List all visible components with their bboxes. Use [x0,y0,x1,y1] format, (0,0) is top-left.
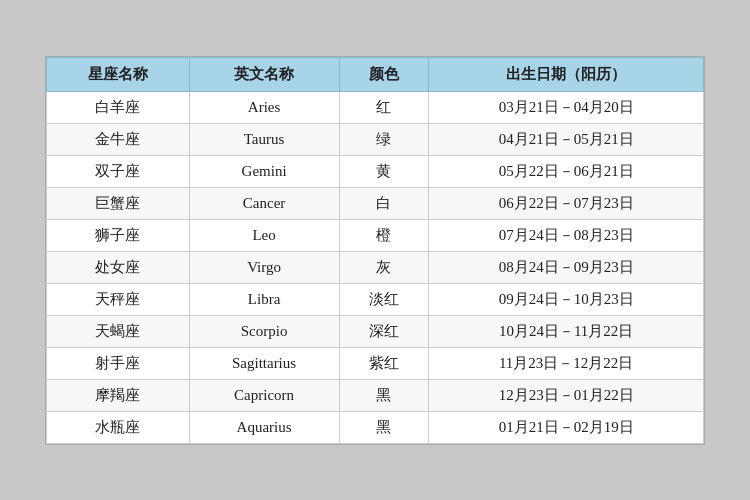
cell-color: 灰 [339,251,429,283]
cell-date: 09月24日－10月23日 [429,283,704,315]
cell-zh-name: 水瓶座 [47,411,190,443]
cell-color: 黄 [339,155,429,187]
cell-en-name: Taurus [189,123,339,155]
cell-date: 08月24日－09月23日 [429,251,704,283]
cell-en-name: Scorpio [189,315,339,347]
table-row: 处女座Virgo灰08月24日－09月23日 [47,251,704,283]
table-row: 摩羯座Capricorn黑12月23日－01月22日 [47,379,704,411]
cell-date: 11月23日－12月22日 [429,347,704,379]
cell-zh-name: 白羊座 [47,91,190,123]
table-row: 金牛座Taurus绿04月21日－05月21日 [47,123,704,155]
cell-en-name: Sagittarius [189,347,339,379]
zodiac-table: 星座名称 英文名称 颜色 出生日期（阳历） 白羊座Aries红03月21日－04… [46,57,704,444]
header-en-name: 英文名称 [189,57,339,91]
cell-zh-name: 射手座 [47,347,190,379]
cell-zh-name: 摩羯座 [47,379,190,411]
table-row: 天秤座Libra淡红09月24日－10月23日 [47,283,704,315]
cell-date: 04月21日－05月21日 [429,123,704,155]
table-body: 白羊座Aries红03月21日－04月20日金牛座Taurus绿04月21日－0… [47,91,704,443]
cell-en-name: Aquarius [189,411,339,443]
cell-date: 07月24日－08月23日 [429,219,704,251]
cell-zh-name: 天蝎座 [47,315,190,347]
cell-date: 10月24日－11月22日 [429,315,704,347]
cell-en-name: Virgo [189,251,339,283]
cell-date: 05月22日－06月21日 [429,155,704,187]
cell-color: 黑 [339,379,429,411]
cell-en-name: Gemini [189,155,339,187]
table-header-row: 星座名称 英文名称 颜色 出生日期（阳历） [47,57,704,91]
cell-zh-name: 处女座 [47,251,190,283]
cell-zh-name: 金牛座 [47,123,190,155]
table-row: 巨蟹座Cancer白06月22日－07月23日 [47,187,704,219]
cell-color: 橙 [339,219,429,251]
cell-date: 12月23日－01月22日 [429,379,704,411]
cell-en-name: Aries [189,91,339,123]
cell-date: 03月21日－04月20日 [429,91,704,123]
header-zh-name: 星座名称 [47,57,190,91]
table-row: 水瓶座Aquarius黑01月21日－02月19日 [47,411,704,443]
table-row: 射手座Sagittarius紫红11月23日－12月22日 [47,347,704,379]
cell-color: 红 [339,91,429,123]
cell-en-name: Capricorn [189,379,339,411]
header-color: 颜色 [339,57,429,91]
table-row: 双子座Gemini黄05月22日－06月21日 [47,155,704,187]
cell-en-name: Leo [189,219,339,251]
table-row: 天蝎座Scorpio深红10月24日－11月22日 [47,315,704,347]
cell-color: 白 [339,187,429,219]
cell-color: 紫红 [339,347,429,379]
cell-zh-name: 双子座 [47,155,190,187]
cell-zh-name: 狮子座 [47,219,190,251]
table-row: 白羊座Aries红03月21日－04月20日 [47,91,704,123]
cell-en-name: Libra [189,283,339,315]
cell-zh-name: 天秤座 [47,283,190,315]
cell-color: 淡红 [339,283,429,315]
cell-zh-name: 巨蟹座 [47,187,190,219]
cell-color: 深红 [339,315,429,347]
header-date: 出生日期（阳历） [429,57,704,91]
table-row: 狮子座Leo橙07月24日－08月23日 [47,219,704,251]
cell-date: 01月21日－02月19日 [429,411,704,443]
cell-date: 06月22日－07月23日 [429,187,704,219]
zodiac-table-container: 星座名称 英文名称 颜色 出生日期（阳历） 白羊座Aries红03月21日－04… [45,56,705,445]
cell-color: 黑 [339,411,429,443]
cell-color: 绿 [339,123,429,155]
cell-en-name: Cancer [189,187,339,219]
